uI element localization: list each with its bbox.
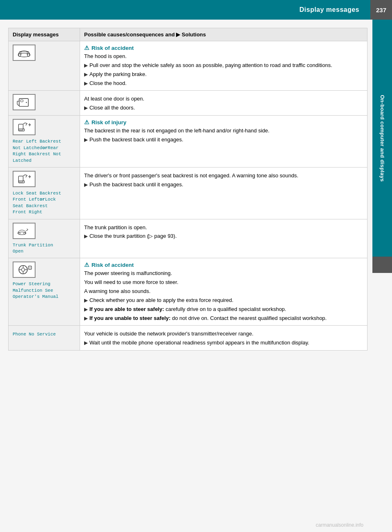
steering-icon: ! xyxy=(16,264,32,275)
bullet-5-1: ▶ Close the trunk partition (▷ page 93). xyxy=(84,232,363,240)
table-row: ⚠ Risk of accident The hood is open. ▶ P… xyxy=(9,41,368,91)
causes-cell-1: ⚠ Risk of accident The hood is open. ▶ P… xyxy=(80,41,368,91)
display-msg-7: Phone No Service xyxy=(13,331,76,338)
arrow-icon: ▶ xyxy=(84,297,88,304)
para-6-2: You will need to use more force to steer… xyxy=(84,279,363,286)
display-cell-5: Trunk PartitionOpen xyxy=(9,219,80,258)
side-tab-marker xyxy=(372,257,392,273)
svg-point-17 xyxy=(22,268,25,271)
table-row: Phone No Service Your vehicle is outside… xyxy=(9,326,368,351)
car-hood-icon-box xyxy=(13,45,36,61)
table-row: ! Power SteeringMalfunction SeeOperator'… xyxy=(9,258,368,326)
bullet-6-1: ▶ Check whether you are able to apply th… xyxy=(84,297,363,304)
bullet-text: Pull over and stop the vehicle safely as… xyxy=(89,62,332,69)
svg-rect-4 xyxy=(20,100,23,102)
seat-backrest2-icon xyxy=(16,173,32,185)
header-title: Display messages xyxy=(299,6,359,13)
display-msg-5: Trunk PartitionOpen xyxy=(13,242,76,255)
bullet-2-1: ▶ Close all the doors. xyxy=(84,104,363,112)
steering-icon-box: ! xyxy=(13,262,36,278)
bullet-text: Push the backrest back until it engages. xyxy=(89,181,183,189)
bullet-7-1: ▶ Wait until the mobile phone operationa… xyxy=(84,339,363,347)
display-cell-6: ! Power SteeringMalfunction SeeOperator'… xyxy=(9,258,80,326)
causes-cell-6: ⚠ Risk of accident The power steering is… xyxy=(80,258,368,326)
bullet-1-2: ▶ Apply the parking brake. xyxy=(84,71,363,78)
arrow-icon: ▶ xyxy=(84,233,88,240)
bullet-1-1: ▶ Pull over and stop the vehicle safely … xyxy=(84,62,363,69)
bullet-6-3: ▶ If you are unable to steer safely: do … xyxy=(84,315,363,322)
bullet-text: Close the hood. xyxy=(89,80,127,87)
causes-cell-3: ⚠ Risk of injury The backrest in the rea… xyxy=(80,116,368,168)
display-cell-4: Lock Seat BackrestFront LeftorLockSeat B… xyxy=(9,167,80,219)
display-messages-table: Display messages Possible causes/consequ… xyxy=(8,28,368,351)
warning-heading-1: ⚠ Risk of accident xyxy=(84,45,363,51)
svg-rect-11 xyxy=(18,176,23,182)
para-6-1: The power steering is malfunctioning. xyxy=(84,270,363,277)
warning-heading-3: ⚠ Risk of injury xyxy=(84,119,363,125)
bullet-text: If you are unable to steer safely: do no… xyxy=(89,315,327,322)
causes-cell-5: The trunk partition is open. ▶ Close the… xyxy=(80,219,368,258)
display-msg-4: Lock Seat BackrestFront LeftorLockSeat B… xyxy=(13,190,76,216)
table-row: Rear Left BackrestNot LatchedorRearRight… xyxy=(9,116,368,168)
trunk-icon xyxy=(16,225,32,237)
svg-text:!: ! xyxy=(29,266,30,270)
top-bar: Display messages xyxy=(0,0,392,20)
svg-point-14 xyxy=(18,232,20,234)
table-row: Lock Seat BackrestFront LeftorLockSeat B… xyxy=(9,167,368,219)
display-cell-1 xyxy=(9,41,80,91)
svg-point-2 xyxy=(27,54,30,56)
warning-heading-6: ⚠ Risk of accident xyxy=(84,262,363,268)
svg-line-7 xyxy=(17,105,19,106)
display-cell-3: Rear Left BackrestNot LatchedorRearRight… xyxy=(9,116,80,168)
warning-triangle-icon-1: ⚠ xyxy=(84,45,89,51)
bullet-text: If you are able to steer safely: careful… xyxy=(89,306,286,313)
display-msg-3: Rear Left BackrestNot LatchedorRearRight… xyxy=(13,139,76,164)
bullet-6-2: ▶ If you are able to steer safely: caref… xyxy=(84,306,363,313)
warning-triangle-icon-3: ⚠ xyxy=(84,119,89,125)
para-7-1: Your vehicle is outside the network prov… xyxy=(84,330,363,338)
para-1-1: The hood is open. xyxy=(84,53,363,60)
arrow-icon: ▶ xyxy=(84,62,88,69)
svg-point-8 xyxy=(26,102,27,103)
arrow-icon: ▶ xyxy=(84,80,88,87)
col1-header: Display messages xyxy=(9,28,80,41)
display-cell-2 xyxy=(9,91,80,116)
arrow-icon: ▶ xyxy=(84,105,88,112)
bullet-1-3: ▶ Close the hood. xyxy=(84,80,363,87)
svg-rect-9 xyxy=(18,124,23,130)
display-msg-6: Power SteeringMalfunction SeeOperator's … xyxy=(13,281,76,300)
car-hood-icon xyxy=(16,47,32,58)
seat-backrest2-icon-box xyxy=(13,171,36,187)
causes-cell-2: At least one door is open. ▶ Close all t… xyxy=(80,91,368,116)
table-row: Trunk PartitionOpen The trunk partition … xyxy=(9,219,368,258)
arrow-icon: ▶ xyxy=(84,136,88,144)
door-icon xyxy=(16,96,32,108)
display-cell-7: Phone No Service xyxy=(9,326,80,351)
para-5-1: The trunk partition is open. xyxy=(84,224,363,232)
arrow-icon: ▶ xyxy=(84,340,88,347)
side-tab: On-board computer and displays xyxy=(372,20,392,257)
para-4-1: The driver's or front passenger's seat b… xyxy=(84,172,363,180)
main-content: Display messages Possible causes/consequ… xyxy=(8,28,368,351)
para-6-3: A warning tone also sounds. xyxy=(84,288,363,295)
svg-point-1 xyxy=(18,54,21,56)
table-row: At least one door is open. ▶ Close all t… xyxy=(9,91,368,116)
para-3-1: The backrest in the rear is not engaged … xyxy=(84,127,363,135)
bullet-text: Wait until the mobile phone operational … xyxy=(89,339,309,347)
arrow-icon: ▶ xyxy=(84,306,88,313)
bullet-text: Check whether you are able to apply the … xyxy=(89,297,234,304)
trunk-icon-box xyxy=(13,223,36,239)
svg-point-15 xyxy=(24,232,26,234)
seat-backrest-icon xyxy=(16,121,32,133)
seat-backrest-icon-box xyxy=(13,119,36,135)
causes-cell-7: Your vehicle is outside the network prov… xyxy=(80,326,368,351)
arrow-icon: ▶ xyxy=(84,71,88,78)
bullet-text: Apply the parking brake. xyxy=(89,71,147,78)
arrow-icon: ▶ xyxy=(84,181,88,189)
arrow-icon: ▶ xyxy=(84,315,88,322)
page-number: 237 xyxy=(370,0,392,20)
watermark: carmanualsonline.info xyxy=(316,522,363,528)
bullet-text: Close all the doors. xyxy=(89,104,135,112)
side-tab-label: On-board computer and displays xyxy=(379,95,385,182)
bullet-3-1: ▶ Push the backrest back until it engage… xyxy=(84,136,363,144)
